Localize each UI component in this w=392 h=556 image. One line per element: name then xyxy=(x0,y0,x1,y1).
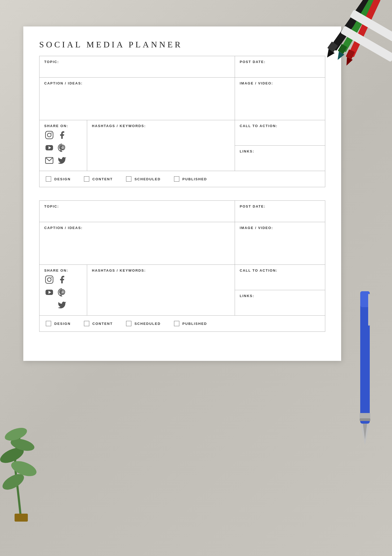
topic-label-2: TOPIC: xyxy=(44,204,230,208)
scheduled-label-1: SCHEDULED xyxy=(135,177,161,181)
svg-rect-16 xyxy=(15,514,28,522)
facebook-icon-2 xyxy=(57,275,67,285)
email-icon xyxy=(44,155,54,165)
cell-postdate-2: POST DATE: xyxy=(235,201,325,222)
cta-label-1: CALL TO ACTION: xyxy=(240,124,320,128)
hashtags-label-2: HASHTAGS / KEYWORDS: xyxy=(92,268,230,272)
plant-decoration xyxy=(0,389,42,522)
status-published-1: PUBLISHED xyxy=(174,176,207,182)
row-caption-2: CAPTION / IDEAS: IMAGE / VIDEO: xyxy=(39,222,325,265)
status-content-2: CONTENT xyxy=(84,321,113,326)
cell-cta-2: CALL TO ACTION: xyxy=(235,265,325,290)
links-label-2: LINKS: xyxy=(240,294,320,298)
cell-shareon-1: SHARE ON: xyxy=(39,120,87,171)
cell-cta-links-1: CALL TO ACTION: LINKS: xyxy=(235,120,325,171)
social-icons-1 xyxy=(44,130,82,167)
cell-caption-1: CAPTION / IDEAS: xyxy=(39,78,235,120)
cell-shareon-2: SHARE ON: xyxy=(39,265,87,315)
svg-rect-19 xyxy=(368,294,370,326)
published-checkbox-2[interactable] xyxy=(174,321,179,326)
pinterest-icon-2 xyxy=(57,287,67,297)
scheduled-checkbox-1[interactable] xyxy=(126,176,131,182)
planner-card-2: TOPIC: POST DATE: CAPTION / IDEAS: IMAGE… xyxy=(39,200,325,332)
design-checkbox-2[interactable] xyxy=(46,321,51,326)
content-label-1: CONTENT xyxy=(92,177,113,181)
design-label-1: DESIGN xyxy=(54,177,71,181)
postdate-label-2: POST DATE: xyxy=(240,204,320,208)
cell-links-2: LINKS: xyxy=(235,290,325,315)
content-checkbox-1[interactable] xyxy=(84,176,89,182)
pens-decoration xyxy=(291,0,392,85)
pinterest-icon xyxy=(57,143,67,153)
status-design-1: DESIGN xyxy=(46,176,71,182)
design-checkbox-1[interactable] xyxy=(46,176,51,182)
youtube-icon-2 xyxy=(44,287,54,297)
row-topic-2: TOPIC: POST DATE: xyxy=(39,201,325,222)
content-checkbox-2[interactable] xyxy=(84,321,89,326)
shareon-label-2: SHARE ON: xyxy=(44,268,82,272)
published-label-2: PUBLISHED xyxy=(182,322,207,326)
scheduled-checkbox-2[interactable] xyxy=(126,321,131,326)
blue-pen-decoration xyxy=(339,291,392,477)
svg-rect-24 xyxy=(46,131,53,139)
design-label-2: DESIGN xyxy=(54,322,71,326)
planner-card-1: TOPIC: POST DATE: CAPTION / IDEAS: IMAGE… xyxy=(39,56,325,187)
cell-caption-2: CAPTION / IDEAS: xyxy=(39,222,235,264)
page-title: SOCIAL MEDIA PLANNER xyxy=(39,40,325,50)
hashtags-label-1: HASHTAGS / KEYWORDS: xyxy=(92,124,230,128)
cell-topic-2: TOPIC: xyxy=(39,201,235,222)
svg-point-25 xyxy=(47,133,51,137)
svg-rect-21 xyxy=(360,418,370,421)
cell-imagevideo-2: IMAGE / VIDEO: xyxy=(235,222,325,264)
facebook-icon xyxy=(57,130,67,140)
published-label-1: PUBLISHED xyxy=(182,177,207,181)
scheduled-label-2: SCHEDULED xyxy=(135,322,161,326)
caption-label-1: CAPTION / IDEAS: xyxy=(44,81,230,85)
imagevideo-label-2: IMAGE / VIDEO: xyxy=(240,226,320,230)
youtube-icon xyxy=(44,143,54,153)
topic-label-1: TOPIC: xyxy=(44,60,230,64)
svg-point-32 xyxy=(51,277,52,278)
instagram-icon xyxy=(44,130,54,140)
cta-label-2: CALL TO ACTION: xyxy=(240,268,320,272)
svg-rect-20 xyxy=(360,413,370,418)
links-label-1: LINKS: xyxy=(240,149,320,153)
cell-hashtags-1: HASHTAGS / KEYWORDS: xyxy=(87,120,235,171)
status-design-2: DESIGN xyxy=(46,321,71,326)
caption-label-2: CAPTION / IDEAS: xyxy=(44,226,230,230)
twitter-icon xyxy=(57,155,67,165)
status-published-2: PUBLISHED xyxy=(174,321,207,326)
social-icons-2 xyxy=(44,275,82,312)
published-checkbox-1[interactable] xyxy=(174,176,179,182)
instagram-icon-2 xyxy=(44,275,54,285)
cell-topic-1: TOPIC: xyxy=(39,56,235,77)
twitter-icon-2 xyxy=(57,300,67,310)
shareon-label-1: SHARE ON: xyxy=(44,124,82,128)
cell-hashtags-2: HASHTAGS / KEYWORDS: xyxy=(87,265,235,315)
status-scheduled-2: SCHEDULED xyxy=(126,321,161,326)
cell-cta-1: CALL TO ACTION: xyxy=(235,120,325,146)
row-status-2: DESIGN CONTENT SCHEDULED PUBLISHED xyxy=(39,316,325,331)
content-label-2: CONTENT xyxy=(92,322,113,326)
cell-links-1: LINKS: xyxy=(235,146,325,171)
row-share-2: SHARE ON: xyxy=(39,265,325,316)
status-content-1: CONTENT xyxy=(84,176,113,182)
svg-point-26 xyxy=(51,133,52,133)
status-scheduled-1: SCHEDULED xyxy=(126,176,161,182)
row-status-1: DESIGN CONTENT SCHEDULED PUBLISHED xyxy=(39,171,325,187)
row-share-1: SHARE ON: xyxy=(39,120,325,171)
cell-cta-links-2: CALL TO ACTION: LINKS: xyxy=(235,265,325,315)
svg-point-31 xyxy=(47,278,51,281)
svg-rect-30 xyxy=(46,276,53,283)
row-caption-1: CAPTION / IDEAS: IMAGE / VIDEO: xyxy=(39,78,325,120)
row-topic-1: TOPIC: POST DATE: xyxy=(39,56,325,78)
